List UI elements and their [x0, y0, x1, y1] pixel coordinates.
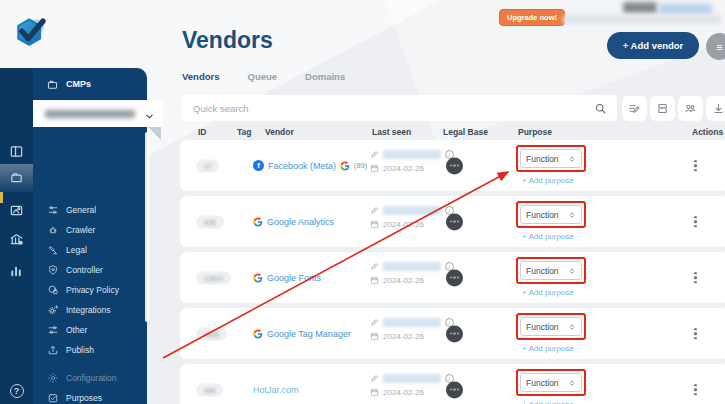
redacted-account-subtext	[563, 15, 721, 24]
annotation-highlight-box: Function	[516, 313, 586, 340]
search-icon[interactable]	[594, 101, 608, 115]
redacted-account-name	[45, 110, 135, 118]
bulk-edit-icon[interactable]	[622, 96, 647, 121]
search-input[interactable]	[182, 95, 562, 121]
redacted-account-text	[623, 2, 657, 13]
cmps-label: CMPs	[66, 79, 91, 89]
sidebar-item-publish[interactable]: Publish	[33, 340, 147, 360]
purpose-select[interactable]: Function	[520, 261, 582, 280]
overflow-menu-button[interactable]: ≡	[706, 33, 725, 60]
account-dropdown[interactable]	[33, 100, 163, 127]
sidebar-scrollbar[interactable]	[145, 132, 149, 322]
sliders-icon	[47, 324, 59, 336]
link-icon	[370, 262, 379, 271]
updown-chevron-icon	[568, 323, 576, 331]
table-row: x66 HotJar.com i 2024-02-26 Function + A…	[180, 364, 725, 404]
row-actions-menu[interactable]	[690, 212, 701, 232]
vendor-name-link[interactable]: HotJar.com	[253, 385, 299, 395]
calendar-icon	[370, 388, 379, 397]
google-icon	[253, 217, 263, 227]
column-header-purpose: Purpose	[518, 127, 552, 137]
legal-bank-icon[interactable]	[0, 226, 33, 252]
upgrade-now-button[interactable]: Upgrade now!	[499, 9, 565, 26]
redacted-url	[383, 374, 441, 383]
app-window: ? CMPs General Crawler Legal Controller	[0, 0, 725, 404]
add-purpose-link[interactable]: + Add purpose	[522, 400, 586, 404]
legal-base-badge[interactable]	[446, 381, 463, 398]
legal-base-badge[interactable]	[446, 213, 463, 230]
table-row: x905 Google Tag Manager i 2024-02-26 Fun…	[180, 308, 725, 359]
column-header-tag: Tag	[237, 127, 251, 137]
vendor-id-badge: 12612	[196, 271, 231, 284]
row-actions-menu[interactable]	[690, 268, 701, 288]
add-purpose-link[interactable]: + Add purpose	[522, 288, 586, 297]
table-row: 12612 Google Fonts i 2024-02-26 Function…	[180, 252, 725, 303]
calendar-icon	[370, 276, 379, 285]
add-vendor-button[interactable]: + Add vendor	[607, 32, 699, 59]
gear-icon	[47, 372, 59, 384]
purpose-select[interactable]: Function	[520, 149, 582, 168]
last-seen-date: 2024-02-26	[383, 220, 424, 229]
updown-chevron-icon	[568, 379, 576, 387]
redacted-url	[383, 150, 441, 159]
add-purpose-link[interactable]: + Add purpose	[522, 176, 586, 185]
vendor-id-badge: x66	[196, 383, 223, 396]
vendor-name-link[interactable]: Google Fonts	[267, 273, 321, 283]
purpose-select[interactable]: Function	[520, 373, 582, 392]
redacted-url	[383, 206, 441, 215]
calendar-icon	[370, 164, 379, 173]
calendar-icon	[370, 332, 379, 341]
design-image-icon[interactable]	[0, 197, 33, 223]
row-actions-menu[interactable]	[690, 380, 701, 400]
legal-base-badge[interactable]	[446, 325, 463, 342]
download-icon[interactable]	[706, 96, 725, 121]
purpose-select[interactable]: Function	[520, 205, 582, 224]
menu-divider-gap	[33, 360, 147, 368]
sidebar-item-crawler[interactable]: Crawler	[33, 220, 147, 240]
bug-icon	[47, 224, 59, 236]
add-purpose-link[interactable]: + Add purpose	[522, 232, 586, 241]
legal-base-badge[interactable]	[446, 157, 463, 174]
tab-queue[interactable]: Queue	[248, 71, 278, 82]
link-icon	[370, 374, 379, 383]
sidebar-item-cmps[interactable]: CMPs	[33, 68, 147, 100]
sidebar-item-purposes[interactable]: Purposes	[33, 388, 147, 404]
column-header-legal-base: Legal Base	[443, 127, 488, 137]
reports-chart-icon[interactable]	[0, 257, 33, 283]
page-title: Vendors	[182, 27, 273, 54]
sidebar-item-integrations[interactable]: Integrations	[33, 300, 147, 320]
vendor-name-link[interactable]: Facebook (Meta)	[268, 161, 336, 171]
vendor-id-badge: x905	[196, 327, 227, 340]
globe-lock-icon	[47, 284, 59, 296]
tab-vendors[interactable]: Vendors	[182, 71, 220, 82]
annotation-highlight-box: Function	[516, 369, 586, 396]
redacted-url	[383, 262, 441, 271]
tab-bar: Vendors Queue Domains	[182, 71, 345, 82]
sidebar-item-general[interactable]: General	[33, 200, 147, 220]
sidebar-item-controller[interactable]: Controller	[33, 260, 147, 280]
google-icon	[253, 273, 263, 283]
sidebar-icon-rail: ?	[0, 68, 33, 404]
legal-base-badge[interactable]	[446, 269, 463, 286]
add-purpose-link[interactable]: + Add purpose	[522, 344, 586, 353]
sidebar-item-other[interactable]: Other	[33, 320, 147, 340]
sidebar-item-legal[interactable]: Legal	[33, 240, 147, 260]
cmps-folder-icon[interactable]	[0, 164, 33, 190]
link-icon	[370, 150, 379, 159]
sidebar-item-configuration[interactable]: Configuration	[33, 368, 147, 388]
help-icon[interactable]: ?	[0, 378, 33, 404]
purpose-select[interactable]: Function	[520, 317, 582, 336]
row-actions-menu[interactable]	[690, 156, 701, 176]
dashboard-icon[interactable]	[0, 138, 33, 164]
column-header-id: ID	[198, 127, 207, 137]
users-icon[interactable]	[678, 96, 703, 121]
vendors-store-icon[interactable]	[650, 96, 675, 121]
tab-domains[interactable]: Domains	[305, 71, 345, 82]
row-actions-menu[interactable]	[690, 324, 701, 344]
sidebar-item-privacy-policy[interactable]: Privacy Policy	[33, 280, 147, 300]
vendor-id-badge: x7	[196, 159, 219, 172]
vendor-name-link[interactable]: Google Analytics	[267, 217, 334, 227]
vendor-name-link[interactable]: Google Tag Manager	[267, 329, 351, 339]
sidebar-menu: General Crawler Legal Controller Privacy…	[33, 200, 147, 404]
link-icon	[370, 206, 379, 215]
